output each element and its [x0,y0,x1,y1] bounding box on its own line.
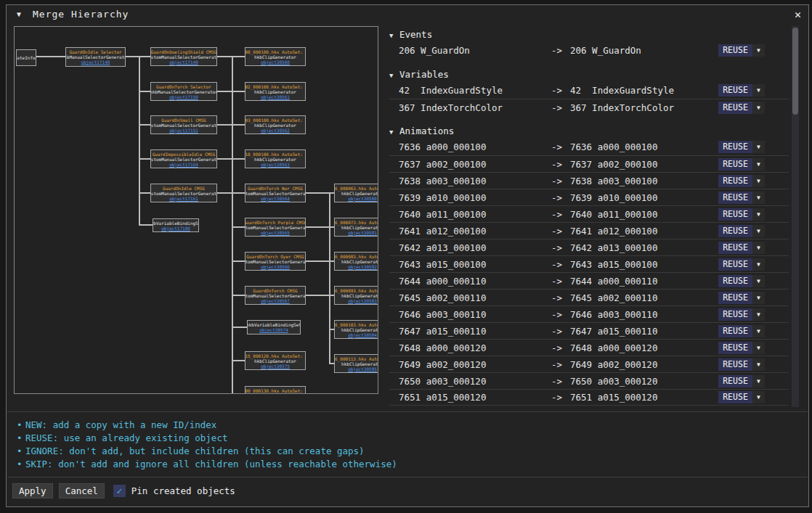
chevron-down-icon[interactable]: ▼ [752,275,765,287]
node-object-link[interactable]: object30581 [348,230,377,235]
node-class-line: CustomManualSelectorGenerator [245,225,306,230]
scrollbar-thumb[interactable] [792,28,798,115]
node-object-link[interactable]: object30566 [261,264,290,269]
action-dropdown[interactable]: REUSE▼ [718,342,765,354]
tree-node[interactable]: a066_000113.hkx AutoSet: 0,hkbClipGenera… [334,354,378,373]
tree-node[interactable]: a003_000100.hkx AutoSet: 0,hkbClipGenera… [245,115,306,134]
node-object-link[interactable]: object17149 [169,59,198,65]
apply-button[interactable]: Apply [12,483,53,498]
tree-node[interactable]: GuardImpossibleIdle CMSGCustomManualSele… [150,149,217,168]
chevron-down-icon[interactable]: ▼ [752,175,765,187]
action-dropdown[interactable]: REUSE▼ [718,102,765,114]
action-dropdown[interactable]: REUSE▼ [718,158,765,171]
tree-node[interactable]: GuardOnDuelingShield CMSGCustomManualSel… [150,47,217,66]
node-object-link[interactable]: object30564 [261,196,290,201]
tree-node[interactable]: a002_000100.hkx AutoSet: 0,hkbClipGenera… [245,82,306,101]
tree-node[interactable]: hkbVariableBindingSetobject17100 [153,218,199,232]
action-dropdown[interactable]: REUSE▼ [718,292,765,304]
tree-node[interactable]: GuardOnTorch SelectorhkbManualSelectorGe… [150,82,217,101]
tree-node[interactable]: ateInfo [16,49,36,66]
node-object-link[interactable]: object30563 [261,162,290,167]
node-object-link[interactable]: object17100 [161,226,190,231]
chevron-down-icon[interactable]: ▼ [752,192,765,204]
node-object-link[interactable]: object17150 [169,94,198,99]
tree-node[interactable]: a066_000103.hkx AutoSet: 0,hkbClipGenera… [334,320,378,339]
node-object-link[interactable]: object30583 [348,298,377,303]
node-object-link[interactable]: object17164 [169,162,198,167]
node-object-link[interactable]: object30580 [348,196,377,201]
chevron-down-icon[interactable]: ▼ [752,308,765,321]
node-object-link[interactable]: object30565 [261,230,290,235]
chevron-down-icon[interactable]: ▼ [752,242,765,254]
action-dropdown[interactable]: REUSE▼ [718,375,765,387]
action-dropdown[interactable]: REUSE▼ [718,192,765,204]
collapse-icon[interactable]: ▼ [17,10,21,18]
chevron-down-icon[interactable]: ▼ [752,325,765,337]
node-object-link[interactable]: object30560 [261,59,290,65]
action-dropdown[interactable]: REUSE▼ [718,308,765,321]
action-dropdown[interactable]: REUSE▼ [718,275,765,287]
chevron-down-icon[interactable]: ▼ [752,258,765,271]
node-object-link[interactable]: object30585 [348,366,377,372]
tree-node[interactable]: a066_000093.hkx AutoSet: 0,hkbClipGenera… [334,286,378,305]
collapse-icon[interactable]: ▼ [389,28,399,43]
section-header[interactable]: ▼Animations [389,124,789,139]
action-dropdown[interactable]: REUSE▼ [718,258,765,271]
node-object-link[interactable]: object30574 [259,327,288,332]
action-dropdown[interactable]: REUSE▼ [718,225,765,237]
action-dropdown[interactable]: REUSE▼ [718,141,765,153]
tree-node[interactable]: a000_000100.hkx AutoSet: 0,hkbClipGenera… [245,47,306,66]
close-icon[interactable]: ✕ [795,8,801,21]
chevron-down-icon[interactable]: ▼ [752,44,765,57]
chevron-down-icon[interactable]: ▼ [752,358,765,371]
node-object-link[interactable]: object30567 [261,298,290,303]
node-object-link[interactable]: object17161 [169,196,198,201]
node-object-link[interactable]: object30575 [261,364,290,369]
tree-node[interactable]: GuardOnTorch Purple CMSGCustomManualSele… [245,218,306,237]
action-dropdown[interactable]: REUSE▼ [718,358,765,371]
tree-node[interactable]: a000_000130.hkx AutoSet: 0,hkbClipGenera… [245,386,306,394]
cancel-button[interactable]: Cancel [59,483,105,498]
tree-node[interactable]: a010_000100.hkx AutoSet: 0,hkbClipGenera… [245,149,306,168]
node-object-link[interactable]: object30561 [261,94,290,99]
chevron-down-icon[interactable]: ▼ [752,225,765,237]
node-object-link[interactable]: object17148 [81,59,110,65]
node-object-link[interactable]: object30582 [348,264,377,269]
node-object-link[interactable]: object30584 [348,332,377,337]
tree-node[interactable]: GuardOnSmall CMSGCustomManualSelectorGen… [150,115,217,134]
section-header[interactable]: ▼Events [389,28,789,42]
tree-node[interactable]: hkbVariableBindingSetobject30574 [247,320,301,335]
tree-node[interactable]: a066_000073.hkx AutoSet: 0,hkbClipGenera… [334,218,378,237]
pin-created-objects-checkbox[interactable]: ✓ [113,485,126,497]
chevron-down-icon[interactable]: ▼ [752,375,765,387]
chevron-down-icon[interactable]: ▼ [752,208,765,221]
action-dropdown[interactable]: REUSE▼ [718,242,765,254]
collapse-icon[interactable]: ▼ [389,125,399,139]
tree-node[interactable]: GuardOnTorch Oyer CMSGCustomManualSelect… [245,252,306,271]
scrollbar[interactable] [792,26,799,407]
action-dropdown[interactable]: REUSE▼ [718,208,765,221]
chevron-down-icon[interactable]: ▼ [752,102,765,114]
action-dropdown[interactable]: REUSE▼ [718,325,765,337]
chevron-down-icon[interactable]: ▼ [752,391,765,403]
tree-node[interactable]: GuardOnTorch Nor CMSGCustomManualSelecto… [245,184,306,202]
chevron-down-icon[interactable]: ▼ [752,141,765,153]
collapse-icon[interactable]: ▼ [389,68,399,83]
node-object-link[interactable]: object17151 [169,128,198,133]
tree-node[interactable]: a015_000120.hkx AutoSet: 0,hkbClipGenera… [245,351,306,370]
tree-node[interactable]: a066_000063.hkx AutoSet: 0,hkbClipGenera… [334,184,378,202]
chevron-down-icon[interactable]: ▼ [752,158,765,171]
node-object-link[interactable]: object30562 [261,128,290,133]
section-header[interactable]: ▼Variables [389,67,789,82]
action-dropdown[interactable]: REUSE▼ [718,175,765,187]
chevron-down-icon[interactable]: ▼ [752,342,765,354]
action-dropdown[interactable]: REUSE▼ [718,44,765,57]
action-dropdown[interactable]: REUSE▼ [718,391,765,403]
action-dropdown[interactable]: REUSE▼ [718,84,765,97]
tree-node[interactable]: GuardOnTorch CMSGCustomManualSelectorGen… [245,286,306,305]
tree-node[interactable]: GuardOnIdle SelectorhkbManualSelectorGen… [65,47,126,67]
tree-node[interactable]: a066_000083.hkx AutoSet: 0,hkbClipGenera… [334,252,378,271]
chevron-down-icon[interactable]: ▼ [752,292,765,304]
tree-node[interactable]: GuardOnIdle CMSGCustomManualSelectorGene… [150,184,217,202]
chevron-down-icon[interactable]: ▼ [752,84,765,97]
